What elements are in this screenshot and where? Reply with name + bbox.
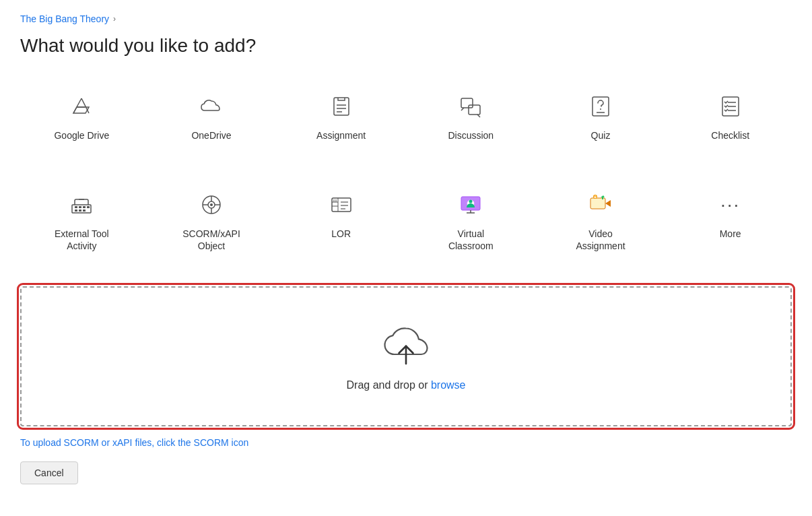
svg-marker-35 [605, 200, 611, 207]
svg-rect-17 [75, 209, 77, 212]
lor-icon [325, 189, 358, 221]
grid-item-checklist[interactable]: Checklist [669, 77, 792, 155]
onedrive-label: OneDrive [191, 129, 231, 141]
svg-rect-19 [83, 209, 86, 212]
svg-rect-20 [87, 206, 90, 208]
svg-rect-14 [75, 206, 77, 208]
svg-rect-4 [461, 98, 473, 108]
lor-label: LOR [331, 228, 351, 240]
svg-point-24 [210, 203, 213, 206]
items-grid-row1: Google Drive OneDrive Assignment [20, 77, 792, 155]
svg-point-31 [469, 200, 473, 203]
google-drive-label: Google Drive [54, 129, 109, 141]
svg-rect-13 [72, 205, 91, 213]
discussion-icon [454, 90, 487, 123]
assignment-label: Assignment [316, 129, 366, 141]
svg-rect-15 [79, 206, 81, 208]
scorm-hint: To upload SCORM or xAPI files, click the… [20, 437, 792, 448]
breadcrumb-label: The Big Bang Theory [20, 13, 109, 24]
cancel-button[interactable]: Cancel [20, 461, 78, 484]
external-tool-icon [65, 189, 98, 221]
virtual-classroom-icon [454, 189, 487, 221]
virtual-classroom-label: Virtual Classroom [448, 228, 494, 252]
svg-rect-5 [469, 105, 480, 115]
grid-item-virtual-classroom[interactable]: Virtual Classroom [409, 175, 533, 265]
svg-rect-6 [593, 97, 609, 116]
breadcrumb[interactable]: The Big Bang Theory › [20, 13, 792, 24]
browse-link[interactable]: browse [431, 379, 466, 391]
video-assignment-label: Video Assignment [576, 228, 625, 252]
breadcrumb-arrow: › [113, 14, 116, 24]
grid-item-video-assignment[interactable]: Video Assignment [539, 175, 663, 265]
grid-item-lor[interactable]: LOR [279, 175, 403, 265]
video-assignment-icon [584, 189, 617, 221]
grid-item-external-tool[interactable]: External Tool Activity [20, 175, 143, 265]
more-label: More [720, 228, 741, 240]
scorm-icon [195, 189, 228, 221]
drop-zone[interactable]: Drag and drop or browse [20, 286, 792, 426]
checklist-label: Checklist [711, 129, 749, 141]
drop-text: Drag and drop or browse [347, 379, 466, 391]
svg-point-7 [600, 108, 601, 110]
grid-item-scorm[interactable]: SCORM/xAPI Object [150, 175, 273, 265]
discussion-label: Discussion [448, 129, 494, 141]
external-tool-label: External Tool Activity [55, 228, 109, 252]
onedrive-icon [195, 90, 228, 123]
scorm-label: SCORM/xAPI Object [182, 228, 240, 252]
svg-rect-18 [79, 209, 81, 212]
assignment-icon [325, 90, 358, 123]
grid-item-assignment[interactable]: Assignment [279, 77, 403, 155]
svg-rect-34 [590, 198, 605, 209]
svg-rect-16 [83, 206, 86, 208]
grid-item-quiz[interactable]: Quiz [539, 77, 663, 155]
more-icon: ··· [714, 189, 747, 221]
grid-item-more[interactable]: ··· More [669, 175, 792, 265]
grid-item-discussion[interactable]: Discussion [409, 77, 533, 155]
svg-rect-25 [332, 198, 351, 212]
checklist-icon [714, 90, 747, 123]
google-drive-icon [65, 90, 98, 123]
grid-item-onedrive[interactable]: OneDrive [150, 77, 273, 155]
items-grid-row2: External Tool Activity SCORM/xAPI Object [20, 175, 792, 265]
upload-cloud-icon [382, 321, 430, 368]
page-title: What would you like to add? [20, 35, 792, 57]
quiz-label: Quiz [591, 129, 611, 141]
grid-item-google-drive[interactable]: Google Drive [20, 77, 143, 155]
quiz-icon [584, 90, 617, 123]
